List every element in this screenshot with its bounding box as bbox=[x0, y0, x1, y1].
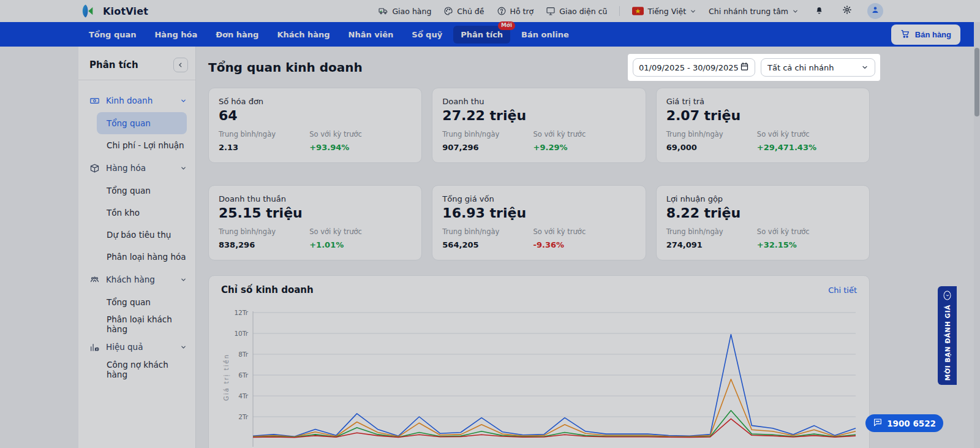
user-avatar[interactable] bbox=[867, 3, 883, 19]
chart-detail-link[interactable]: Chi tiết bbox=[828, 286, 857, 295]
nav-item-label: Đơn hàng bbox=[216, 30, 258, 39]
kpi-avg: Trung bình/ngày838,296 bbox=[219, 227, 309, 249]
kpi-avg-value: 69,000 bbox=[666, 143, 757, 152]
main-navbar: Tổng quanHàng hóaĐơn hàngKhách hàngNhân … bbox=[0, 22, 974, 47]
nav-item-3[interactable]: Khách hàng bbox=[270, 26, 337, 44]
people-icon bbox=[89, 275, 100, 285]
settings-button[interactable] bbox=[839, 3, 855, 19]
analytics-sidebar: Phân tích Kinh doanhTổng quanChi phí - L… bbox=[78, 47, 196, 448]
kpi-compare-value: +9.29% bbox=[533, 143, 636, 152]
sidebar-group-label: Hàng hóa bbox=[106, 163, 146, 173]
nav-item-0[interactable]: Tổng quan bbox=[81, 26, 143, 44]
cart-icon bbox=[900, 29, 910, 40]
chevron-down-icon bbox=[690, 8, 696, 15]
sidebar-header: Phân tích bbox=[78, 47, 195, 80]
chevron-down-icon bbox=[180, 276, 193, 283]
chart-card: Chỉ số kinh doanh Chi tiết 2Tr4Tr6Tr8Tr1… bbox=[208, 275, 870, 448]
nav-item-label: Phân tích bbox=[461, 30, 503, 39]
sidebar-group-2[interactable]: Khách hàng bbox=[89, 268, 193, 291]
sidebar-item-1-0[interactable]: Tổng quan bbox=[89, 180, 187, 202]
nav-item-label: Tổng quan bbox=[89, 30, 136, 39]
chevron-down-icon bbox=[861, 64, 869, 71]
topbar-item-label: Chủ đề bbox=[457, 7, 484, 16]
topbar-item-2[interactable]: Hỗ trợ bbox=[497, 6, 534, 16]
money-icon bbox=[89, 96, 100, 106]
kpi-label: Doanh thu bbox=[442, 97, 635, 106]
sidebar-group-3[interactable]: Hiệu quả bbox=[89, 335, 193, 359]
sidebar-item-1-2[interactable]: Dự báo tiêu thụ bbox=[89, 224, 187, 246]
rating-invite-tab[interactable]: ‹ MỜI BẠN ĐÁNH GIÁ bbox=[938, 286, 957, 385]
sell-button[interactable]: Bán hàng bbox=[891, 25, 960, 45]
chart-header: Chỉ số kinh doanh Chi tiết bbox=[221, 284, 857, 295]
topbar-item-4[interactable]: Tiếng Việt bbox=[632, 7, 696, 16]
branch-filter-value: Tất cả chi nhánh bbox=[767, 63, 834, 72]
kpi-compare-value: +32.15% bbox=[757, 240, 859, 249]
sidebar-item-1-1[interactable]: Tồn kho bbox=[89, 202, 187, 224]
topbar: KiotViet Giao hàngChủ đềHỗ trợGiao diện … bbox=[0, 0, 980, 22]
nav-item-2[interactable]: Đơn hàng bbox=[208, 26, 266, 44]
gear-icon bbox=[842, 5, 852, 17]
kpi-compare-label: So với kỳ trước bbox=[757, 130, 859, 139]
notifications-button[interactable] bbox=[811, 3, 827, 19]
kpi-compare-label: So với kỳ trước bbox=[533, 227, 636, 236]
chart-series-green bbox=[253, 411, 856, 438]
nav-item-1[interactable]: Hàng hóa bbox=[147, 26, 205, 44]
sidebar-item-2-0[interactable]: Tổng quan bbox=[89, 291, 187, 313]
date-range-value: 01/09/2025 - 30/09/2025 bbox=[639, 63, 739, 72]
sidebar-item-label: Tổng quan bbox=[107, 297, 151, 307]
kpi-value: 64 bbox=[219, 108, 412, 123]
user-icon bbox=[870, 5, 880, 17]
kpi-card-2: Giá trị trả2.07 triệuTrung bình/ngày69,0… bbox=[656, 88, 870, 163]
kiotviet-logo[interactable]: KiotViet bbox=[80, 4, 148, 18]
bell-icon bbox=[814, 5, 824, 18]
sidebar-group-0[interactable]: Kinh doanh bbox=[89, 89, 193, 112]
sidebar-item-0-0[interactable]: Tổng quan bbox=[97, 112, 187, 134]
calendar-icon bbox=[740, 62, 749, 73]
nav-item-6[interactable]: Phân tíchMới bbox=[453, 26, 510, 44]
chevron-left-icon bbox=[178, 62, 184, 68]
topbar-item-label: Tiếng Việt bbox=[647, 7, 686, 16]
sell-button-label: Bán hàng bbox=[915, 30, 951, 39]
y-axis-tick: 8Tr bbox=[238, 351, 249, 358]
sidebar-item-3-0[interactable]: Công nợ khách hàng bbox=[89, 359, 187, 381]
kpi-card-3: Doanh thu thuần25.15 triệuTrung bình/ngà… bbox=[208, 185, 422, 260]
sidebar-group-label: Kinh doanh bbox=[106, 96, 153, 105]
kpi-compare-label: So với kỳ trước bbox=[309, 227, 412, 236]
kpi-compare: So với kỳ trước-9.36% bbox=[533, 227, 636, 249]
y-axis-tick: 6Tr bbox=[238, 371, 249, 379]
sidebar-item-1-3[interactable]: Phân loại hàng hóa bbox=[89, 246, 187, 268]
kpi-value: 16.93 triệu bbox=[442, 205, 635, 221]
topbar-item-3[interactable]: Giao diện cũ bbox=[546, 6, 607, 16]
kpi-compare-label: So với kỳ trước bbox=[309, 130, 412, 139]
sidebar-item-label: Tổng quan bbox=[107, 118, 151, 128]
nav-item-7[interactable]: Bán online bbox=[514, 26, 576, 44]
kpi-avg: Trung bình/ngày69,000 bbox=[666, 130, 757, 152]
sidebar-item-label: Dự báo tiêu thụ bbox=[107, 230, 171, 240]
topbar-item-5[interactable]: Chi nhánh trung tâm bbox=[709, 7, 799, 16]
y-axis-tick: 10Tr bbox=[234, 330, 248, 337]
kpi-compare-value: -9.36% bbox=[533, 240, 636, 249]
sidebar-group-1[interactable]: Hàng hóa bbox=[89, 156, 193, 180]
date-range-picker[interactable]: 01/09/2025 - 30/09/2025 bbox=[633, 58, 755, 77]
nav-item-4[interactable]: Nhân viên bbox=[341, 26, 401, 44]
branch-filter-select[interactable]: Tất cả chi nhánh bbox=[761, 58, 875, 77]
kpi-compare-value: +29,471.43% bbox=[757, 143, 859, 152]
kpi-avg-value: 274,091 bbox=[666, 240, 757, 249]
scrollbar-thumb[interactable] bbox=[974, 48, 979, 116]
sidebar-collapse-button[interactable] bbox=[173, 58, 188, 72]
sidebar-item-2-1[interactable]: Phân loại khách hàng bbox=[89, 313, 187, 335]
topbar-item-0[interactable]: Giao hàng bbox=[379, 6, 431, 16]
content-area: Phân tích Kinh doanhTổng quanChi phí - L… bbox=[78, 47, 953, 448]
sidebar-item-0-1[interactable]: Chi phí - Lợi nhuận bbox=[89, 134, 187, 156]
y-axis-tick: 12Tr bbox=[234, 309, 248, 316]
sidebar-item-label: Chi phí - Lợi nhuận bbox=[107, 140, 184, 150]
kpi-avg: Trung bình/ngày564,205 bbox=[442, 227, 533, 249]
sidebar-group-label: Khách hàng bbox=[106, 275, 155, 284]
nav-item-5[interactable]: Sổ quỹ bbox=[404, 26, 450, 44]
filter-toolbar: 01/09/2025 - 30/09/2025 Tất cả chi nhánh bbox=[628, 54, 880, 81]
hotline-chat-button[interactable]: 1900 6522 bbox=[865, 414, 943, 432]
kpi-compare: So với kỳ trước+93.94% bbox=[309, 130, 412, 152]
topbar-item-label: Chi nhánh trung tâm bbox=[709, 7, 788, 16]
kpi-stats: Trung bình/ngày274,091So với kỳ trước+32… bbox=[666, 227, 859, 249]
topbar-item-1[interactable]: Chủ đề bbox=[443, 6, 484, 16]
